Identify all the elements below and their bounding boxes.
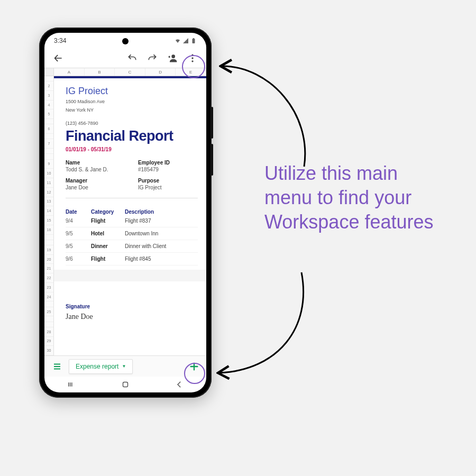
row-header[interactable]: 4 xyxy=(44,100,53,110)
employee-id-value: #185479 xyxy=(138,167,198,172)
summary-band xyxy=(54,270,206,281)
status-icons xyxy=(175,38,197,44)
svg-rect-6 xyxy=(123,382,128,387)
sheet-content[interactable]: IG Proiect 1500 Madison Ave New York NY … xyxy=(54,76,206,355)
divider xyxy=(66,198,198,198)
row-header[interactable] xyxy=(44,301,53,307)
row-header[interactable]: 28 xyxy=(44,327,53,337)
row-header[interactable] xyxy=(44,134,53,139)
phone-side-button xyxy=(211,107,213,139)
expense-table-header: Date Category Description xyxy=(66,209,198,215)
sheet-tab-label: Expense report xyxy=(76,363,118,370)
phone-screen: 3:34 xyxy=(44,33,206,392)
manager-label: Manager xyxy=(66,178,125,184)
row-header[interactable]: 7 xyxy=(44,139,53,149)
row-header[interactable] xyxy=(44,76,53,81)
address-line: New York NY xyxy=(66,107,198,114)
spreadsheet-body[interactable]: 2345679101112131415161920212223242528293… xyxy=(44,76,206,355)
cell-description: Flight #837 xyxy=(125,218,198,224)
redo-button[interactable] xyxy=(144,50,161,67)
row-header[interactable]: 21 xyxy=(44,264,53,273)
row-header[interactable]: 19 xyxy=(44,245,53,255)
column-header-row: A B C D E xyxy=(44,68,206,76)
row-header[interactable]: 10 xyxy=(44,169,53,178)
plus-icon xyxy=(188,361,200,372)
row-header[interactable]: 20 xyxy=(44,255,53,264)
col-category: Category xyxy=(91,209,125,215)
wifi-icon xyxy=(175,38,181,44)
share-button[interactable] xyxy=(164,50,181,67)
row-header[interactable]: 3 xyxy=(44,91,53,100)
arrow-left-icon xyxy=(53,53,63,63)
svg-point-4 xyxy=(191,57,193,59)
row-header[interactable]: 29 xyxy=(44,337,53,346)
undo-button[interactable] xyxy=(124,50,141,67)
cell-date: 9/4 xyxy=(66,218,91,224)
expense-row[interactable]: 9/5DinnerDinner with Client xyxy=(66,240,198,253)
row-header[interactable] xyxy=(44,149,53,154)
row-header[interactable] xyxy=(44,322,53,327)
row-header[interactable]: 6 xyxy=(44,124,53,134)
row-header[interactable]: 13 xyxy=(44,197,53,207)
expense-row[interactable]: 9/5HotelDowntown Inn xyxy=(66,227,198,240)
back-button[interactable] xyxy=(50,50,67,67)
callout-text: Utilize this main menu to find your Work… xyxy=(264,161,444,234)
row-header[interactable]: 24 xyxy=(44,292,53,302)
column-header[interactable]: A xyxy=(54,68,85,76)
row-header[interactable]: 30 xyxy=(44,346,53,355)
cell-category: Hotel xyxy=(91,231,125,236)
signal-icon xyxy=(182,38,189,44)
row-header[interactable]: 14 xyxy=(44,206,53,216)
select-all-cell[interactable] xyxy=(44,68,54,76)
phone-frame: 3:34 xyxy=(39,28,212,398)
row-header[interactable] xyxy=(44,316,53,322)
row-header[interactable] xyxy=(44,235,53,240)
row-header[interactable]: 25 xyxy=(44,307,53,317)
col-description: Description xyxy=(125,209,198,215)
signature-label: Signature xyxy=(66,304,198,309)
row-header[interactable] xyxy=(44,240,53,245)
column-header[interactable]: E xyxy=(176,68,206,76)
row-header[interactable]: 23 xyxy=(44,283,53,292)
column-header[interactable]: C xyxy=(115,68,145,76)
row-header[interactable] xyxy=(44,154,53,159)
camera-hole xyxy=(122,38,129,44)
row-header[interactable]: 2 xyxy=(44,81,53,91)
cell-date: 9/5 xyxy=(66,231,91,236)
phone-side-button xyxy=(211,144,213,176)
active-sheet-tab[interactable]: Expense report ▼ xyxy=(69,359,133,374)
redo-icon xyxy=(147,53,158,63)
row-header[interactable]: 16 xyxy=(44,225,53,235)
cell-date: 9/5 xyxy=(66,243,91,249)
col-date: Date xyxy=(66,209,91,215)
svg-rect-1 xyxy=(193,38,194,39)
row-header[interactable]: 15 xyxy=(44,216,53,225)
signature-name: Jane Doe xyxy=(66,313,198,321)
back-nav-button[interactable] xyxy=(175,380,184,389)
expense-row[interactable]: 9/6FlightFlight #845 xyxy=(66,253,198,266)
phone-number: (123) 456-7890 xyxy=(66,121,198,126)
dropdown-triangle-icon: ▼ xyxy=(122,364,126,369)
all-sheets-button[interactable] xyxy=(49,358,66,375)
row-header[interactable] xyxy=(44,119,53,124)
cell-description: Flight #845 xyxy=(125,256,198,262)
overflow-menu-button[interactable] xyxy=(184,50,201,67)
expense-row[interactable]: 9/4FlightFlight #837 xyxy=(66,215,198,227)
recent-apps-button[interactable] xyxy=(67,380,76,389)
row-header[interactable]: 5 xyxy=(44,109,53,119)
column-header[interactable]: B xyxy=(85,68,115,76)
purpose-label: Purpose xyxy=(138,178,198,184)
row-header[interactable]: 12 xyxy=(44,188,53,197)
row-header[interactable]: 9 xyxy=(44,160,53,169)
add-sheet-button[interactable] xyxy=(186,359,202,374)
row-header[interactable]: 11 xyxy=(44,178,53,188)
row-header[interactable]: 22 xyxy=(44,273,53,283)
cell-category: Dinner xyxy=(91,243,125,249)
android-nav-bar xyxy=(44,377,206,392)
column-header[interactable]: D xyxy=(145,68,176,76)
cell-description: Dinner with Client xyxy=(125,243,198,249)
svg-rect-0 xyxy=(193,39,195,43)
add-person-icon xyxy=(167,53,178,63)
home-button[interactable] xyxy=(121,380,130,389)
manager-value: Jane Doe xyxy=(66,185,125,190)
